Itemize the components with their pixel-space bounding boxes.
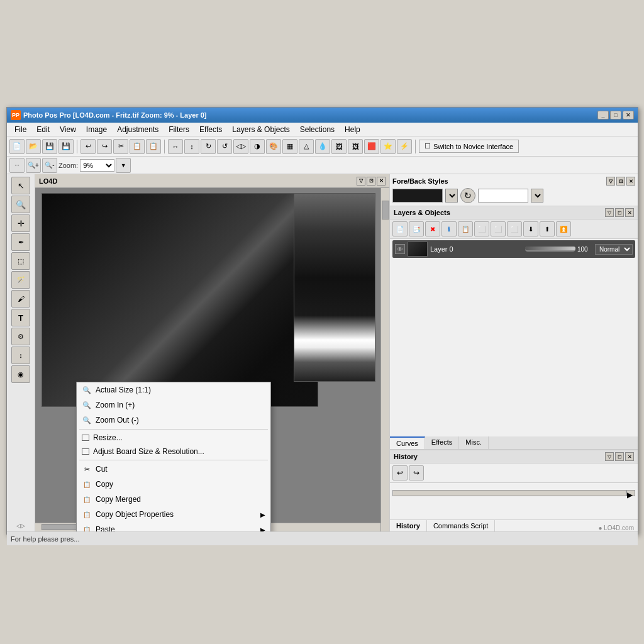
- rotate-ccw-button[interactable]: ↺: [217, 139, 232, 154]
- layer-lock-btn[interactable]: ⬜: [507, 221, 522, 236]
- menu-file[interactable]: File: [9, 124, 31, 135]
- minimize-button[interactable]: _: [597, 111, 609, 119]
- paste-button[interactable]: 📋: [146, 139, 161, 154]
- fore-dropdown-btn[interactable]: ▼: [445, 189, 458, 203]
- history-close-btn[interactable]: ✕: [625, 452, 634, 461]
- fore-back-options-btn[interactable]: ⊡: [616, 177, 625, 186]
- swap-colors-btn[interactable]: ↻: [460, 188, 475, 203]
- panel-undock-btn[interactable]: ⊡: [367, 177, 375, 186]
- menu-adjustments[interactable]: Adjustments: [112, 124, 164, 135]
- move-tool-btn[interactable]: ✛: [11, 214, 30, 232]
- adjust9-button[interactable]: ⭐: [380, 139, 396, 154]
- blend-mode-select[interactable]: Normal Multiply Screen: [595, 244, 633, 255]
- layer-up-btn[interactable]: ⬆: [540, 221, 555, 236]
- magic-wand-btn[interactable]: 🪄: [11, 271, 30, 289]
- history-scroll-right[interactable]: ▶: [626, 490, 635, 496]
- adjust10-button[interactable]: ⚡: [397, 139, 412, 154]
- layers-options-btn[interactable]: ⊡: [615, 208, 624, 217]
- menu-image[interactable]: Image: [81, 124, 112, 135]
- new-button[interactable]: 📄: [9, 139, 25, 154]
- layer-info-btn[interactable]: ℹ: [441, 221, 457, 236]
- fore-back-close-btn[interactable]: ✕: [626, 177, 635, 186]
- paint-btn[interactable]: 🖌: [11, 290, 30, 308]
- layers-collapse-btn[interactable]: ▽: [605, 208, 614, 217]
- panel-close-btn[interactable]: ✕: [377, 177, 386, 186]
- ctx-actual-size[interactable]: 🔍 Actual Size (1:1): [77, 382, 270, 397]
- delete-layer-btn[interactable]: ✖: [425, 221, 440, 236]
- hscroll-thumb[interactable]: [42, 524, 79, 530]
- novice-interface-button[interactable]: ☐ Switch to Novice Interface: [419, 140, 519, 153]
- zoom-in-btn[interactable]: 🔍+: [26, 158, 41, 173]
- menu-effects[interactable]: Effects: [194, 124, 227, 135]
- transform-btn[interactable]: ↕: [11, 347, 30, 364]
- menu-help[interactable]: Help: [340, 124, 365, 135]
- adjust5-button[interactable]: 💧: [315, 139, 330, 154]
- fore-color-select[interactable]: ▼: [445, 189, 458, 203]
- select-tool-btn[interactable]: ↖: [11, 177, 30, 194]
- ctx-adjust-board[interactable]: Adjust Board Size & Resolution...: [77, 445, 270, 458]
- opacity-slider[interactable]: [525, 247, 575, 252]
- menu-view[interactable]: View: [55, 124, 81, 135]
- ctx-resize[interactable]: Resize...: [77, 431, 270, 445]
- history-back-btn[interactable]: ↩: [392, 465, 408, 480]
- redo-button[interactable]: ↪: [97, 139, 112, 154]
- flip-h-button[interactable]: ↔: [168, 139, 183, 154]
- open-button[interactable]: 📂: [26, 139, 41, 154]
- adjust2-button[interactable]: 🎨: [266, 139, 281, 154]
- menu-selections[interactable]: Selections: [295, 124, 340, 135]
- layer-item[interactable]: 👁 Layer 0 100 Normal Multiply: [392, 240, 635, 258]
- ctx-paste[interactable]: 📋 Paste ▶: [77, 522, 270, 531]
- commands-script-tab[interactable]: Commands Script: [427, 520, 495, 531]
- back-color-select[interactable]: ▼: [531, 189, 543, 203]
- ctx-cut[interactable]: ✂ Cut: [77, 462, 270, 477]
- save-as-button[interactable]: 💾: [58, 139, 74, 154]
- maximize-button[interactable]: □: [610, 111, 621, 119]
- adjust1-button[interactable]: ◑: [250, 139, 265, 154]
- history-options-btn[interactable]: ⊡: [615, 452, 624, 461]
- zoom-tool-btn[interactable]: 🔍: [11, 196, 30, 213]
- fore-back-collapse-btn[interactable]: ▽: [606, 177, 615, 186]
- ctx-zoom-out[interactable]: 🔍 Zoom Out (-): [77, 413, 270, 428]
- ctx-copy-merged[interactable]: 📋 Copy Merged: [77, 492, 270, 507]
- ctx-copy[interactable]: 📋 Copy: [77, 477, 270, 492]
- background-color-swatch[interactable]: [478, 189, 528, 203]
- menu-layers-objects[interactable]: Layers & Objects: [227, 124, 294, 135]
- tool-dots[interactable]: ⋯: [9, 158, 25, 173]
- ctx-zoom-in[interactable]: 🔍 Zoom In (+): [77, 397, 270, 413]
- pen-tool-btn[interactable]: ✒: [11, 233, 30, 251]
- history-hscroll[interactable]: [392, 490, 626, 496]
- misc-btn[interactable]: ◉: [11, 365, 30, 383]
- mirror-button[interactable]: ◁▷: [233, 139, 248, 154]
- adjust6-button[interactable]: 🖼: [331, 139, 347, 154]
- back-dropdown-btn[interactable]: ▼: [531, 189, 543, 203]
- adjust4-button[interactable]: △: [299, 139, 314, 154]
- ctx-copy-obj-props[interactable]: 📋 Copy Object Properties ▶: [77, 507, 270, 522]
- undo-button[interactable]: ↩: [80, 139, 96, 154]
- adjust3-button[interactable]: ▦: [282, 139, 297, 154]
- zoom-out-btn[interactable]: 🔍-: [42, 158, 57, 173]
- save-button[interactable]: 💾: [42, 139, 57, 154]
- adjust8-button[interactable]: 🟥: [364, 139, 379, 154]
- panel-collapse-btn[interactable]: ▽: [357, 177, 365, 186]
- layers-close-btn[interactable]: ✕: [625, 208, 634, 217]
- shape-btn[interactable]: ⚙: [11, 328, 30, 345]
- layer-down-btn[interactable]: ⬇: [523, 221, 538, 236]
- adjust7-button[interactable]: 🖼: [348, 139, 363, 154]
- text-btn[interactable]: T: [11, 309, 30, 326]
- zoom-select[interactable]: 9% 25% 50% 100%: [80, 159, 114, 172]
- curves-tab[interactable]: Curves: [390, 436, 425, 449]
- layer-visibility-icon[interactable]: 👁: [395, 244, 405, 254]
- new-layer-btn[interactable]: 📄: [392, 221, 408, 236]
- history-collapse-btn[interactable]: ▽: [605, 452, 614, 461]
- zoom-dropdown-btn[interactable]: ▼: [116, 158, 131, 173]
- menu-filters[interactable]: Filters: [164, 124, 194, 135]
- foreground-color-swatch[interactable]: [392, 189, 443, 203]
- vscroll-thumb[interactable]: [382, 201, 389, 219]
- history-forward-btn[interactable]: ↪: [409, 465, 424, 480]
- history-tab[interactable]: History: [390, 520, 427, 531]
- cut-button[interactable]: ✂: [113, 139, 128, 154]
- misc-tab[interactable]: Misc.: [459, 436, 489, 449]
- vertical-scrollbar[interactable]: [380, 188, 389, 531]
- effects-tab[interactable]: Effects: [425, 436, 459, 449]
- rotate-button[interactable]: ↻: [201, 139, 216, 154]
